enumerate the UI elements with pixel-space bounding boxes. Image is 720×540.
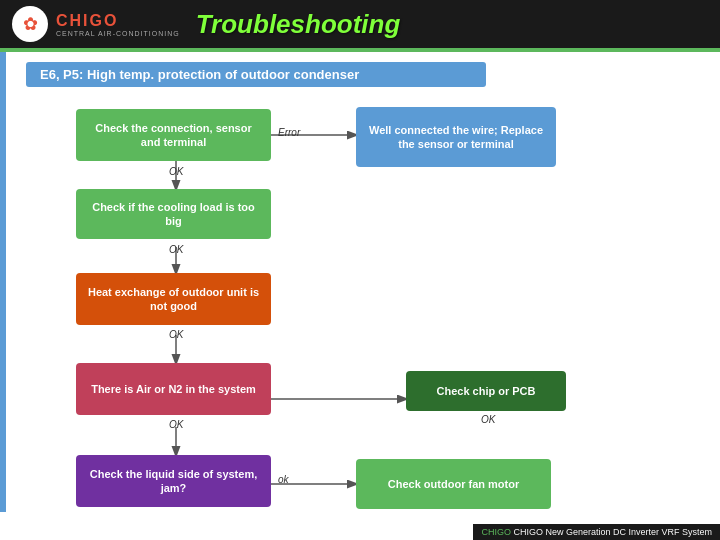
header: ✿ CHIGO CENTRAL AIR-CONDITIONING Trouble… [0, 0, 720, 48]
ok-label-3: OK [169, 329, 183, 340]
ok-label-5: ok [278, 474, 289, 485]
error-label: Error [278, 127, 300, 138]
box-check-cooling-load: Check if the cooling load is too big [76, 189, 271, 239]
box-check-fan-motor: Check outdoor fan motor [356, 459, 551, 509]
box-check-connection: Check the connection, sensor and termina… [76, 109, 271, 161]
left-accent-bar [0, 52, 6, 512]
box-air-n2: There is Air or N2 in the system [76, 363, 271, 415]
logo-circle: ✿ [12, 6, 48, 42]
ok-label-4: OK [169, 419, 183, 430]
brand-name: CHIGO [56, 12, 180, 30]
box-check-chip-pcb: Check chip or PCB [406, 371, 566, 411]
error-title: E6, P5: High temp. protection of outdoor… [26, 62, 486, 87]
footer-text: CHIGO New Generation DC Inverter VRF Sys… [513, 527, 712, 537]
box-well-connected: Well connected the wire; Replace the sen… [356, 107, 556, 167]
brand-sub: CENTRAL AIR-CONDITIONING [56, 30, 180, 37]
footer: CHIGO CHIGO New Generation DC Inverter V… [473, 524, 720, 540]
logo-area: ✿ CHIGO CENTRAL AIR-CONDITIONING [12, 6, 180, 42]
page-title: Troubleshooting [196, 9, 401, 40]
main-content: E6, P5: High temp. protection of outdoor… [0, 52, 720, 540]
box-check-liquid: Check the liquid side of system, jam? [76, 455, 271, 507]
brand-text: CHIGO CENTRAL AIR-CONDITIONING [56, 12, 180, 37]
footer-brand: CHIGO [481, 527, 513, 537]
ok-label-1: OK [169, 166, 183, 177]
ok-label-2: OK [169, 244, 183, 255]
box-heat-exchange: Heat exchange of outdoor unit is not goo… [76, 273, 271, 325]
logo-icon: ✿ [23, 13, 38, 35]
flowchart: Check the connection, sensor and termina… [26, 99, 706, 539]
ok-label-4-right: OK [481, 414, 495, 425]
